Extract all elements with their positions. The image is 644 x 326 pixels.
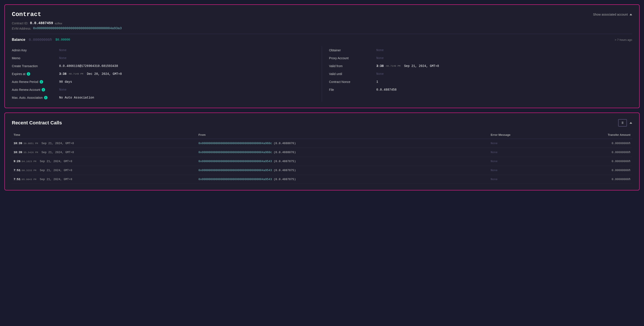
contract-id-suffix: ezfkw bbox=[55, 22, 62, 25]
valid-until-label: Valid until bbox=[329, 72, 373, 76]
contract-id-value: 0.0.4887459 bbox=[30, 21, 53, 25]
chevron-up-icon bbox=[630, 14, 632, 15]
header-actions: ⏸ bbox=[618, 119, 632, 127]
from-id: (0.0.4888076) bbox=[274, 142, 296, 145]
time-sub: :08.3233 PM bbox=[20, 169, 36, 172]
obtainer-value: None bbox=[376, 49, 384, 52]
col-amount: Transfer Amount bbox=[556, 131, 632, 139]
time-date: Sep 21, 2024, GMT+8 bbox=[40, 160, 72, 163]
contract-nonce-label: Contract Nonce bbox=[329, 80, 373, 84]
balance-label: Balance bbox=[12, 38, 25, 42]
evm-address-label: EVM Address: bbox=[12, 27, 31, 30]
cell-from: 0x000000000000000000000000000000000004a9… bbox=[197, 175, 489, 184]
from-id: (0.0.4888076) bbox=[274, 151, 296, 154]
memo-label: Memo bbox=[12, 56, 56, 60]
calls-tbody: 10:39:39.0851 PM Sep 21, 2024, GMT+8 0x0… bbox=[12, 139, 632, 184]
cell-time: 7:51:08.3233 PM Sep 21, 2024, GMT+8 bbox=[12, 166, 197, 175]
time-sub: :39.0851 PM bbox=[22, 142, 38, 145]
expires-ts-sub: ·40.7149 PM bbox=[68, 73, 84, 75]
balance-usd: $0.00000 bbox=[56, 38, 70, 42]
detail-row-expires: Expires at i 3:38·40.7149 PM Dec 20, 202… bbox=[12, 70, 315, 78]
col-error: Error Message bbox=[489, 131, 556, 139]
obtainer-label: Obtainer bbox=[329, 49, 373, 52]
max-auto-assoc-label: Max. Auto. Association i bbox=[12, 96, 56, 99]
pause-button[interactable]: ⏸ bbox=[618, 119, 627, 127]
from-addr: 0x000000000000000000000000000000000004a9… bbox=[198, 169, 272, 172]
divider bbox=[12, 34, 632, 34]
auto-renew-period-info-icon[interactable]: i bbox=[40, 80, 43, 84]
cell-from: 0x000000000000000000000000000000000004a9… bbox=[197, 139, 489, 148]
detail-row-auto-renew-account: Auto Renew Account i None bbox=[12, 86, 315, 94]
valid-until-value: None bbox=[376, 72, 384, 76]
contract-nonce-value: 1 bbox=[376, 80, 378, 84]
expires-value: 3:38·40.7149 PM Dec 20, 2024, GMT+8 bbox=[59, 72, 122, 76]
contract-card: Contract Show associated account Contrac… bbox=[4, 5, 640, 108]
evm-address-value: 0x00000000000000000000000000000000000004… bbox=[33, 27, 122, 30]
from-addr: 0x000000000000000000000000000000000004a9… bbox=[198, 178, 272, 181]
expires-ts-main: 3:38 bbox=[59, 72, 66, 76]
recent-calls-title: Recent Contract Calls bbox=[12, 120, 62, 126]
max-auto-assoc-value: No Auto Association bbox=[59, 96, 94, 99]
evm-address-row: EVM Address: 0x0000000000000000000000000… bbox=[12, 27, 632, 30]
table-row[interactable]: 7:51:08.3233 PM Sep 21, 2024, GMT+8 0x00… bbox=[12, 166, 632, 175]
auto-renew-period-value: 90 days bbox=[59, 80, 72, 84]
detail-row-memo: Memo None bbox=[12, 54, 315, 62]
cell-amount: 0.00000000ℏ bbox=[556, 148, 632, 157]
time-main: 10:39 bbox=[14, 142, 22, 145]
cell-amount: 0.00000000ℏ bbox=[556, 157, 632, 166]
time-date: Sep 21, 2024, GMT+8 bbox=[40, 169, 72, 172]
detail-row-create-transaction: Create Transaction 0.0.4866116@172690431… bbox=[12, 62, 315, 70]
collapse-icon[interactable] bbox=[630, 122, 632, 124]
cell-amount: 0.00000000ℏ bbox=[556, 139, 632, 148]
time-main: 9:26 bbox=[14, 160, 20, 163]
expires-ts-date: Dec 20, 2024, GMT+8 bbox=[87, 72, 122, 76]
admin-key-label: Admin Key bbox=[12, 49, 56, 52]
contract-id-row: Contract ID: 0.0.4887459 ezfkw bbox=[12, 21, 632, 25]
header-row: Time From Error Message Transfer Amount bbox=[12, 131, 632, 139]
col-from: From bbox=[197, 131, 489, 139]
auto-renew-account-info-icon[interactable]: i bbox=[42, 88, 45, 91]
time-date: Sep 21, 2024, GMT+8 bbox=[40, 178, 72, 181]
from-id: (0.0.4887875) bbox=[274, 160, 296, 163]
proxy-account-value: None bbox=[376, 56, 384, 60]
proxy-account-label: Proxy Account bbox=[329, 56, 373, 60]
cell-time: 7:51:05.9843 PM Sep 21, 2024, GMT+8 bbox=[12, 175, 197, 184]
cell-error: None bbox=[489, 166, 556, 175]
max-auto-assoc-info-icon[interactable]: i bbox=[44, 96, 48, 99]
time-date: Sep 21, 2024, GMT+8 bbox=[42, 151, 74, 154]
valid-from-label: Valid from bbox=[329, 64, 373, 68]
time-sub: :04.1623 PM bbox=[20, 160, 36, 163]
from-id: (0.0.4887875) bbox=[274, 178, 296, 181]
expires-info-icon[interactable]: i bbox=[27, 72, 30, 76]
detail-row-proxy-account: Proxy Account None bbox=[329, 54, 632, 62]
detail-row-valid-until: Valid until None bbox=[329, 70, 632, 78]
cell-time: 9:26:04.1623 PM Sep 21, 2024, GMT+8 bbox=[12, 157, 197, 166]
expires-label: Expires at i bbox=[12, 72, 56, 76]
cell-time: 10:39:35.5426 PM Sep 21, 2024, GMT+8 bbox=[12, 148, 197, 157]
show-associated-button[interactable]: Show associated account bbox=[593, 13, 632, 16]
from-id: (0.0.4887875) bbox=[274, 169, 296, 172]
cell-from: 0x000000000000000000000000000000000004a9… bbox=[197, 157, 489, 166]
details-right: Obtainer None Proxy Account None Valid f… bbox=[322, 46, 632, 102]
table-row[interactable]: 7:51:05.9843 PM Sep 21, 2024, GMT+8 0x00… bbox=[12, 175, 632, 184]
auto-renew-period-label: Auto Renew Period i bbox=[12, 80, 56, 84]
table-row[interactable]: 10:39:39.0851 PM Sep 21, 2024, GMT+8 0x0… bbox=[12, 139, 632, 148]
detail-row-contract-nonce: Contract Nonce 1 bbox=[329, 78, 632, 86]
valid-from-ts-date: Sep 21, 2024, GMT+8 bbox=[404, 64, 439, 68]
balance-left: Balance 0.00000000ℏ $0.00000 bbox=[12, 38, 70, 42]
detail-row-admin-key: Admin Key None bbox=[12, 46, 315, 54]
table-row[interactable]: 9:26:04.1623 PM Sep 21, 2024, GMT+8 0x00… bbox=[12, 157, 632, 166]
from-addr: 0x000000000000000000000000000000000004a9… bbox=[198, 142, 272, 145]
cell-amount: 0.00000000ℏ bbox=[556, 166, 632, 175]
recent-calls-table: Time From Error Message Transfer Amount … bbox=[12, 131, 632, 184]
cell-error: None bbox=[489, 148, 556, 157]
detail-row-file: File 0.0.4887458 bbox=[329, 86, 632, 94]
table-row[interactable]: 10:39:35.5426 PM Sep 21, 2024, GMT+8 0x0… bbox=[12, 148, 632, 157]
cell-error: None bbox=[489, 157, 556, 166]
cell-time: 10:39:39.0851 PM Sep 21, 2024, GMT+8 bbox=[12, 139, 197, 148]
from-addr: 0x000000000000000000000000000000000004a9… bbox=[198, 160, 272, 163]
detail-row-obtainer: Obtainer None bbox=[329, 46, 632, 54]
auto-renew-account-label: Auto Renew Account i bbox=[12, 88, 56, 91]
cell-from: 0x000000000000000000000000000000000004a9… bbox=[197, 148, 489, 157]
time-date: Sep 21, 2024, GMT+8 bbox=[42, 142, 74, 145]
